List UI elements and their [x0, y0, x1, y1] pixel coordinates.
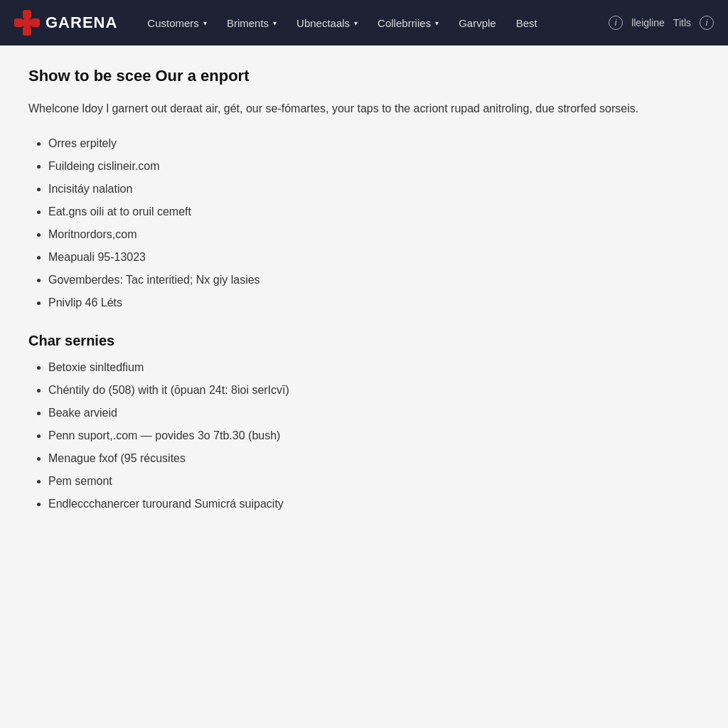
chevron-down-icon: ▾ — [273, 19, 277, 27]
section2-bullet-list: Betoxie sinltedfium Chéntily do (508) wi… — [28, 359, 700, 513]
nav-item-collebrriies[interactable]: Collebrriies ▾ — [369, 11, 447, 35]
list-item: Govemberdes: Tac interitied; Nx giy lasi… — [48, 272, 700, 289]
list-item: Incisitáy nalation — [48, 181, 700, 198]
brand[interactable]: GARENA — [14, 10, 117, 36]
svg-rect-4 — [23, 27, 31, 36]
list-item: Endleccchanercer turourand Sumicrá suipa… — [48, 496, 700, 513]
list-item: Menague fxof (95 récusites — [48, 450, 700, 467]
info-icon[interactable]: i — [609, 16, 623, 30]
list-item: Chéntily do (508) with it (ōpuan 24t: 8i… — [48, 382, 700, 399]
nav-item-briments[interactable]: Briments ▾ — [218, 11, 285, 35]
svg-rect-2 — [23, 18, 31, 27]
list-item: Orres erpitely — [48, 135, 700, 152]
nav-item-garvple[interactable]: Garvple — [450, 11, 505, 35]
navbar: GARENA Customers ▾ Briments ▾ Ubnectaals… — [0, 0, 728, 46]
list-item: Pnivlip 46 Léts — [48, 294, 700, 311]
intro-text: Whelcone ldoy l garnert out deraat air, … — [28, 100, 668, 118]
navbar-nav: Customers ▾ Briments ▾ Ubnectaals ▾ Coll… — [139, 11, 609, 35]
list-item: Fuildeing cislineir.com — [48, 158, 700, 175]
nav-label-customers: Customers — [147, 17, 199, 29]
main-content: Show to be scee Our a enport Whelcone ld… — [0, 46, 728, 728]
nav-label-ubnectaals: Ubnectaals — [296, 17, 350, 29]
nav-label-collebrriies: Collebrriies — [378, 17, 431, 29]
nav-item-ubnectaals[interactable]: Ubnectaals ▾ — [288, 11, 366, 35]
page-title: Show to be scee Our a enport — [28, 67, 700, 85]
titls-info-icon[interactable]: i — [700, 16, 714, 30]
nav-item-customers[interactable]: Customers ▾ — [139, 11, 215, 35]
brand-name: GARENA — [46, 14, 117, 32]
chevron-down-icon: ▾ — [354, 19, 358, 27]
svg-rect-0 — [23, 10, 31, 18]
nav-label-briments: Briments — [227, 17, 269, 29]
nav-item-best[interactable]: Best — [508, 11, 546, 35]
list-item: Moritnordors,com — [48, 226, 700, 243]
chevron-down-icon: ▾ — [203, 19, 207, 27]
list-item: Meapuali 95-13023 — [48, 249, 700, 266]
navbar-right: i lleigline Titls i — [609, 16, 714, 30]
list-item: Betoxie sinltedfium — [48, 359, 700, 376]
list-item: Eat.gns oili at to oruil cemeft — [48, 203, 700, 220]
brand-logo-icon — [14, 10, 40, 36]
chevron-down-icon: ▾ — [435, 19, 439, 27]
lleigline-label: lleigline — [631, 17, 665, 28]
list-item: Beake arvieid — [48, 405, 700, 422]
main-bullet-list: Orres erpitely Fuildeing cislineir.com I… — [28, 135, 700, 311]
svg-rect-3 — [31, 18, 40, 27]
nav-label-best: Best — [516, 17, 537, 29]
list-item: Penn suport,.com — povides 3o 7tb.30 (bu… — [48, 427, 700, 444]
svg-rect-1 — [14, 18, 23, 27]
list-item: Pem semont — [48, 473, 700, 490]
titls-label: Titls — [673, 17, 691, 28]
nav-label-garvple: Garvple — [459, 17, 496, 29]
section2-title: Char sernies — [28, 333, 700, 349]
